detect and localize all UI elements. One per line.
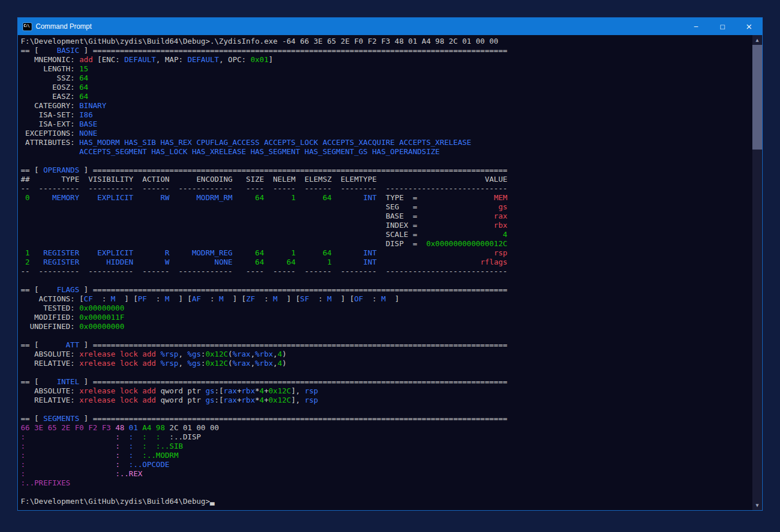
terminal-line bbox=[21, 368, 752, 377]
terminal-line: F:\Development\GitHub\zydis\Build64\Debu… bbox=[21, 37, 752, 46]
terminal-line: TESTED: 0x00000000 bbox=[21, 304, 752, 313]
terminal-line: : : : : : :..DISP bbox=[21, 433, 752, 442]
terminal-line: F:\Development\GitHub\zydis\Build64\Debu… bbox=[21, 497, 752, 506]
window-title: Command Prompt bbox=[36, 22, 92, 30]
terminal-line: EASZ: 64 bbox=[21, 92, 752, 101]
terminal-line bbox=[21, 405, 752, 414]
terminal-line: -- --------- ---------- ------ ---------… bbox=[21, 267, 752, 276]
terminal-line: RELATIVE: xrelease lock add qword ptr gs… bbox=[21, 396, 752, 405]
terminal-line: EXCEPTIONS: NONE bbox=[21, 129, 752, 138]
titlebar-controls: ─ □ × bbox=[683, 18, 762, 35]
terminal-line: ISA-SET: I86 bbox=[21, 110, 752, 120]
terminal-line: 1 REGISTER EXPLICIT R MODRM_REG 64 1 64 … bbox=[21, 248, 752, 258]
terminal-line: SEG = gs bbox=[21, 202, 752, 212]
terminal-line: == [ FLAGS ] ===========================… bbox=[21, 285, 752, 294]
terminal-line bbox=[21, 331, 752, 340]
scrollbar-thumb[interactable] bbox=[752, 45, 762, 150]
terminal-line: SSZ: 64 bbox=[21, 74, 752, 83]
console-area[interactable]: F:\Development\GitHub\zydis\Build64\Debu… bbox=[18, 35, 762, 510]
terminal-line: ISA-EXT: BASE bbox=[21, 120, 752, 129]
terminal-line: == [ BASIC ] ===========================… bbox=[21, 46, 752, 55]
terminal-line: == [ SEGMENTS ] ========================… bbox=[21, 414, 752, 423]
terminal-line: 0 MEMORY EXPLICIT RW MODRM_RM 64 1 64 IN… bbox=[21, 193, 752, 202]
terminal-line: :..PREFIXES bbox=[21, 479, 752, 488]
scrollbar-track[interactable] bbox=[752, 45, 762, 500]
terminal-line: == [ ATT ] =============================… bbox=[21, 340, 752, 350]
close-button[interactable]: × bbox=[736, 18, 762, 35]
terminal-line: 2 REGISTER HIDDEN W NONE 64 64 1 INT rfl… bbox=[21, 258, 752, 267]
terminal-line: : : :..OPCODE bbox=[21, 460, 752, 469]
terminal-line: == [ OPERANDS ] ========================… bbox=[21, 166, 752, 175]
titlebar[interactable]: C:\ Command Prompt ─ □ × bbox=[18, 18, 762, 35]
terminal-output: F:\Development\GitHub\zydis\Build64\Debu… bbox=[18, 35, 752, 510]
minimize-button[interactable]: ─ bbox=[683, 18, 709, 35]
terminal-line: BASE = rax bbox=[21, 212, 752, 221]
terminal-line: RELATIVE: xrelease lock add %rsp, %gs:0x… bbox=[21, 359, 752, 368]
scroll-down-icon: ▼ bbox=[756, 503, 759, 508]
terminal-line bbox=[21, 276, 752, 285]
scrollbar[interactable]: ▲ ▼ bbox=[752, 35, 762, 510]
terminal-line: ACCEPTS_SEGMENT HAS_LOCK HAS_XRELEASE HA… bbox=[21, 147, 752, 156]
terminal-line: : : : : :..SIB bbox=[21, 442, 752, 451]
titlebar-left: C:\ Command Prompt bbox=[18, 22, 92, 30]
maximize-icon: □ bbox=[720, 24, 725, 30]
cmd-prompt-icon[interactable]: C:\ bbox=[23, 23, 32, 30]
terminal-line: MNEMONIC: add [ENC: DEFAULT, MAP: DEFAUL… bbox=[21, 55, 752, 64]
terminal-line: -- --------- ---------- ------ ---------… bbox=[21, 184, 752, 193]
close-icon: × bbox=[745, 22, 752, 31]
terminal-line: 66 3E 65 2E F0 F2 F3 48 01 A4 98 2C 01 0… bbox=[21, 423, 752, 433]
scroll-up-button[interactable]: ▲ bbox=[752, 35, 762, 45]
terminal-line: MODIFIED: 0x0000011F bbox=[21, 313, 752, 322]
terminal-line: == [ INTEL ] ===========================… bbox=[21, 377, 752, 386]
terminal-line: : : : :..MODRM bbox=[21, 451, 752, 460]
terminal-line: ACTIONS: [CF : M ] [PF : M ] [AF : M ] [… bbox=[21, 294, 752, 304]
terminal-line: ABSOLUTE: xrelease lock add %rsp, %gs:0x… bbox=[21, 350, 752, 359]
terminal-line: ATTRIBUTES: HAS_MODRM HAS_SIB HAS_REX CP… bbox=[21, 138, 752, 147]
minimize-icon: ─ bbox=[694, 23, 698, 30]
cmd-icon-text: C:\ bbox=[23, 23, 29, 29]
terminal-line: CATEGORY: BINARY bbox=[21, 101, 752, 110]
terminal-line: SCALE = 4 bbox=[21, 230, 752, 239]
desktop: { "window": { "title": "Command Prompt",… bbox=[0, 0, 780, 532]
terminal-line: UNDEFINED: 0x00000000 bbox=[21, 322, 752, 331]
command-prompt-window: C:\ Command Prompt ─ □ × F:\Development\… bbox=[17, 17, 763, 511]
scroll-down-button[interactable]: ▼ bbox=[752, 500, 762, 510]
terminal-line: EOSZ: 64 bbox=[21, 83, 752, 92]
maximize-button[interactable]: □ bbox=[709, 18, 736, 35]
terminal-line bbox=[21, 488, 752, 497]
terminal-line: INDEX = rbx bbox=[21, 221, 752, 230]
terminal-line: : :..REX bbox=[21, 469, 752, 479]
scroll-up-icon: ▲ bbox=[756, 38, 759, 43]
terminal-line: LENGTH: 15 bbox=[21, 64, 752, 74]
terminal-line: ## TYPE VISIBILITY ACTION ENCODING SIZE … bbox=[21, 175, 752, 184]
terminal-line bbox=[21, 156, 752, 166]
terminal-line: DISP = 0x000000000000012C bbox=[21, 239, 752, 248]
terminal-line: ABSOLUTE: xrelease lock add qword ptr gs… bbox=[21, 386, 752, 396]
